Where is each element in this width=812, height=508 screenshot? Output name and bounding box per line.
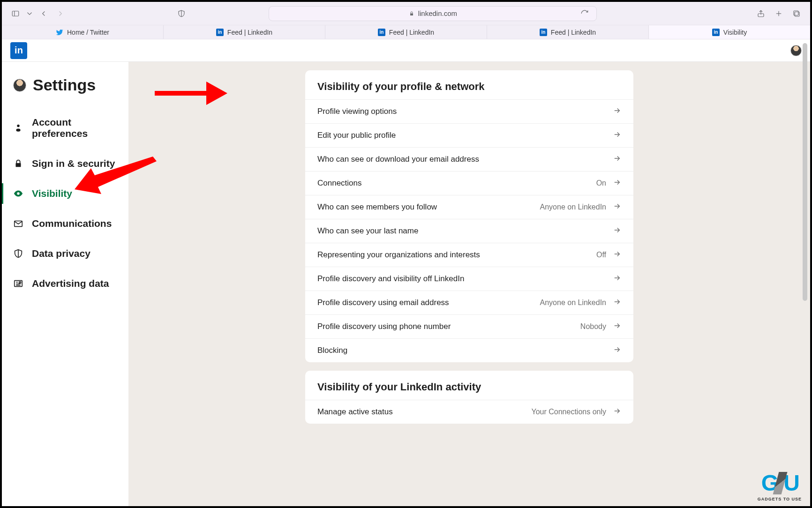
tab-label: Feed | LinkedIn <box>551 29 596 36</box>
row-value: Off <box>596 251 606 259</box>
sidebar-item-advertising-data[interactable]: Advertising data <box>2 269 128 299</box>
settings-row[interactable]: Edit your public profile <box>305 123 633 147</box>
sidebar-item-label: Advertising data <box>32 278 109 289</box>
row-label: Connections <box>317 179 596 188</box>
browser-tab-4[interactable]: in Visibility <box>649 25 810 39</box>
settings-row[interactable]: Profile discovery using phone numberNobo… <box>305 314 633 338</box>
row-value: On <box>596 179 606 187</box>
tabs-overview-button[interactable] <box>789 7 804 21</box>
watermark-text: GADGETS TO USE <box>758 497 802 501</box>
svg-rect-7 <box>795 12 799 16</box>
settings-row[interactable]: Manage active statusYour Connections onl… <box>305 400 633 424</box>
scrollbar-thumb[interactable] <box>803 43 807 301</box>
browser-tab-1[interactable]: in Feed | LinkedIn <box>164 25 325 39</box>
settings-row[interactable]: Profile viewing options <box>305 99 633 123</box>
arrow-right-icon <box>613 345 621 356</box>
watermark: GU GADGETS TO USE <box>758 470 802 501</box>
settings-row[interactable]: ConnectionsOn <box>305 171 633 195</box>
settings-row[interactable]: Representing your organizations and inte… <box>305 243 633 267</box>
row-label: Who can see or download your email addre… <box>317 155 613 164</box>
row-value: Your Connections only <box>531 408 606 416</box>
settings-avatar <box>13 79 26 92</box>
toolbar-dropdown-icon[interactable] <box>25 7 34 21</box>
scrollbar[interactable] <box>803 43 807 334</box>
linkedin-logo[interactable]: in <box>10 42 27 59</box>
lock-icon <box>409 11 414 16</box>
forward-button[interactable] <box>53 7 68 21</box>
row-label: Edit your public profile <box>317 131 613 140</box>
browser-tab-3[interactable]: in Feed | LinkedIn <box>487 25 649 39</box>
svg-rect-3 <box>410 13 413 15</box>
arrow-right-icon <box>613 274 621 284</box>
settings-sidebar: Settings Account preferences Sign in & s… <box>2 62 128 506</box>
svg-rect-0 <box>12 11 19 16</box>
tab-strip: Home / Twitter in Feed | LinkedIn in Fee… <box>2 25 810 39</box>
main-panel: Visibility of your profile & network Pro… <box>128 62 810 506</box>
new-tab-button[interactable] <box>772 7 786 21</box>
row-label: Who can see your last name <box>317 226 613 236</box>
back-button[interactable] <box>37 7 51 21</box>
row-value: Anyone on LinkedIn <box>540 203 606 211</box>
arrow-right-icon <box>613 106 621 117</box>
arrow-right-icon <box>613 298 621 308</box>
share-button[interactable] <box>754 7 768 21</box>
card-title: Visibility of your LinkedIn activity <box>305 371 633 400</box>
settings-row[interactable]: Who can see your last name <box>305 219 633 243</box>
row-label: Profile discovery using email address <box>317 298 540 307</box>
settings-row[interactable]: Profile discovery using email addressAny… <box>305 291 633 314</box>
svg-point-12 <box>17 192 20 195</box>
row-value: Nobody <box>580 322 606 331</box>
sidebar-item-signin-security[interactable]: Sign in & security <box>2 149 128 179</box>
row-label: Profile discovery and visibility off Lin… <box>317 274 613 284</box>
sidebar-item-label: Account preferences <box>32 117 117 139</box>
settings-row[interactable]: Who can see members you followAnyone on … <box>305 195 633 219</box>
sidebar-item-data-privacy[interactable]: Data privacy <box>2 239 128 269</box>
row-label: Profile viewing options <box>317 107 613 116</box>
tab-label: Feed | LinkedIn <box>227 29 272 36</box>
settings-row[interactable]: Who can see or download your email addre… <box>305 147 633 171</box>
settings-header: Settings <box>2 73 128 107</box>
settings-row[interactable]: Blocking <box>305 338 633 362</box>
content-area: Settings Account preferences Sign in & s… <box>2 62 810 506</box>
svg-rect-15 <box>15 281 23 287</box>
mail-icon <box>13 218 23 229</box>
sidebar-item-label: Communications <box>32 218 112 229</box>
arrow-right-icon <box>613 154 621 164</box>
svg-rect-8 <box>794 11 798 15</box>
sidebar-item-communications[interactable]: Communications <box>2 209 128 239</box>
browser-tab-2[interactable]: in Feed | LinkedIn <box>325 25 487 39</box>
sidebar-toggle-button[interactable] <box>8 7 23 21</box>
shield-icon <box>13 248 23 259</box>
arrow-right-icon <box>613 250 621 260</box>
linkedin-icon: in <box>712 29 720 36</box>
linkedin-icon: in <box>216 29 224 36</box>
eye-icon <box>13 188 23 199</box>
row-label: Representing your organizations and inte… <box>317 250 596 260</box>
svg-rect-11 <box>16 163 21 167</box>
svg-point-10 <box>16 128 20 131</box>
profile-avatar[interactable] <box>790 45 802 56</box>
lock-icon <box>13 158 23 169</box>
visibility-profile-card: Visibility of your profile & network Pro… <box>305 70 633 362</box>
row-label: Manage active status <box>317 407 531 417</box>
news-icon <box>13 278 23 289</box>
sidebar-item-account-preferences[interactable]: Account preferences <box>2 107 128 149</box>
settings-title: Settings <box>33 76 96 94</box>
svg-point-9 <box>17 125 20 127</box>
browser-tab-0[interactable]: Home / Twitter <box>2 25 164 39</box>
arrow-right-icon <box>613 202 621 212</box>
linkedin-icon: in <box>378 29 385 36</box>
privacy-shield-icon[interactable] <box>174 7 188 21</box>
row-label: Who can see members you follow <box>317 202 540 212</box>
row-label: Blocking <box>317 346 613 355</box>
twitter-icon <box>56 29 63 36</box>
sidebar-item-label: Sign in & security <box>32 158 115 169</box>
address-text: linkedin.com <box>418 9 457 17</box>
person-icon <box>13 123 23 133</box>
address-bar[interactable]: linkedin.com <box>269 6 597 21</box>
settings-row[interactable]: Profile discovery and visibility off Lin… <box>305 267 633 291</box>
arrow-right-icon <box>613 178 621 188</box>
row-value: Anyone on LinkedIn <box>540 299 606 307</box>
sidebar-item-visibility[interactable]: Visibility <box>2 179 128 209</box>
reload-button[interactable] <box>578 7 592 21</box>
